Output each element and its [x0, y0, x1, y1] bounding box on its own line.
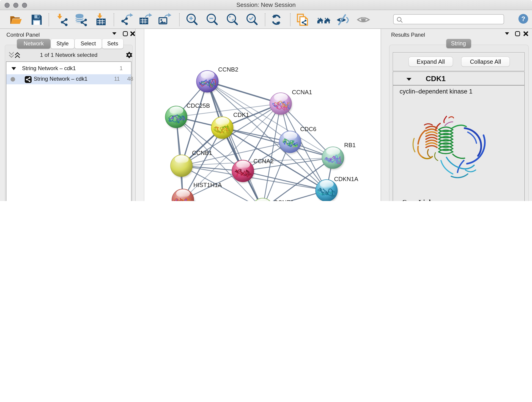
svg-text:CCNE1: CCNE1 — [273, 199, 294, 201]
svg-text:CCNB1: CCNB1 — [192, 149, 212, 156]
svg-text:RB1: RB1 — [344, 142, 356, 148]
svg-text:CCNB2: CCNB2 — [218, 66, 238, 73]
svg-text:CDKN1A: CDKN1A — [334, 176, 358, 182]
svg-text:CDC6: CDC6 — [300, 126, 317, 133]
svg-text:HIST1H1A: HIST1H1A — [193, 182, 222, 188]
svg-text:?: ? — [521, 15, 525, 22]
svg-text:CDC25B: CDC25B — [186, 102, 210, 109]
svg-text:CCNA1: CCNA1 — [292, 89, 312, 96]
svg-text:CDK1: CDK1 — [233, 111, 249, 118]
svg-text:CCNA2: CCNA2 — [253, 158, 273, 165]
